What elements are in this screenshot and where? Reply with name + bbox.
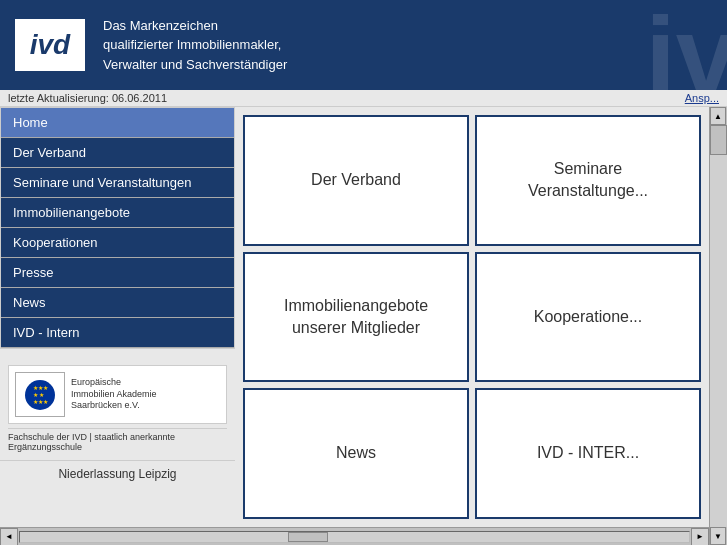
nav-item-kooperationen[interactable]: Kooperationen (1, 228, 234, 258)
v-scroll-track[interactable] (710, 125, 727, 527)
nav-item-ivd-intern[interactable]: IVD - Intern (1, 318, 234, 348)
h-scroll-thumb[interactable] (288, 532, 328, 542)
header-bg-decoration: iv (645, 0, 727, 90)
nav-item-home[interactable]: Home (1, 108, 234, 138)
nav-item-presse[interactable]: Presse (1, 258, 234, 288)
scroll-down-btn[interactable]: ▼ (710, 527, 726, 545)
v-scroll-thumb[interactable] (710, 125, 727, 155)
contact-link[interactable]: Ansp... (685, 92, 719, 104)
nav-item-seminare[interactable]: Seminare und Veranstaltungen (1, 168, 234, 198)
nav-item-immobilien[interactable]: Immobilienangebote (1, 198, 234, 228)
eia-box: ★★★★ ★★★★ Europäische Immobilien Akademi… (8, 365, 227, 424)
nav-item-news[interactable]: News (1, 288, 234, 318)
horizontal-scrollbar: ◄ ► (0, 527, 709, 545)
eia-logo: ★★★★ ★★★★ (15, 372, 65, 417)
eia-name: Europäische Immobilien Akademie Saarbrüc… (71, 377, 157, 412)
main-content: Home Der Verband Seminare und Veranstalt… (0, 107, 709, 527)
scroll-right-btn[interactable]: ► (691, 528, 709, 546)
grid-item-seminare[interactable]: SeminareVeranstaltunge... (475, 115, 701, 246)
eia-info: Europäische Immobilien Akademie Saarbrüc… (71, 377, 157, 412)
h-scroll-track[interactable] (19, 531, 690, 543)
grid-item-immobilien[interactable]: Immobilienangeboteunserer Mitglieder (243, 252, 469, 383)
sidebar-footer: ★★★★ ★★★★ Europäische Immobilien Akademi… (0, 357, 235, 460)
scroll-up-btn[interactable]: ▲ (710, 107, 726, 125)
eu-stars-icon: ★★★★ ★★★★ (25, 380, 55, 410)
status-bar: letzte Aktualisierung: 06.06.2011 Ansp..… (0, 90, 727, 107)
grid-item-ivd-intern[interactable]: IVD - INTER... (475, 388, 701, 519)
nav-item-verband[interactable]: Der Verband (1, 138, 234, 168)
content-grid: Der Verband SeminareVeranstaltunge... Im… (235, 107, 709, 527)
sidebar: Home Der Verband Seminare und Veranstalt… (0, 107, 235, 527)
scroll-left-btn[interactable]: ◄ (0, 528, 18, 546)
vertical-scrollbar: ▲ ▼ (709, 107, 727, 545)
grid-item-news[interactable]: News (243, 388, 469, 519)
niederlassung: Niederlassung Leipzig (0, 460, 235, 487)
grid-item-kooperationen[interactable]: Kooperatione... (475, 252, 701, 383)
tagline-line2: qualifizierter Immobilienmakler, (103, 35, 287, 55)
header: ivd Das Markenzeichen qualifizierter Imm… (0, 0, 727, 90)
grid-item-verband[interactable]: Der Verband (243, 115, 469, 246)
logo-text: ivd (30, 29, 70, 60)
eia-bottom: Fachschule der IVD | staatlich anerkannt… (8, 428, 227, 452)
header-tagline: Das Markenzeichen qualifizierter Immobil… (103, 16, 287, 75)
tagline-line1: Das Markenzeichen (103, 16, 287, 36)
last-update: letzte Aktualisierung: 06.06.2011 (8, 92, 167, 104)
nav-menu: Home Der Verband Seminare und Veranstalt… (0, 107, 235, 349)
tagline-line3: Verwalter und Sachverständiger (103, 55, 287, 75)
logo-box: ivd (15, 19, 85, 71)
